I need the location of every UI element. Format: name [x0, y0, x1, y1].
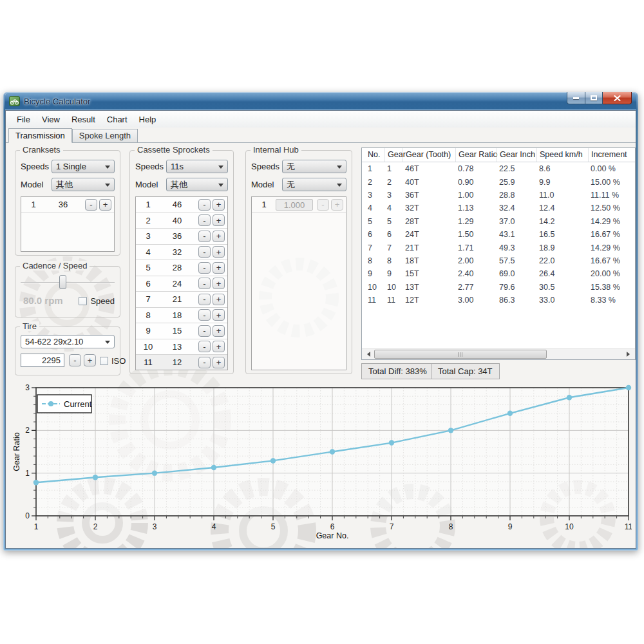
- hub-speeds-select[interactable]: 无: [282, 160, 346, 173]
- svg-text:5: 5: [271, 522, 276, 531]
- chevron-down-icon: [337, 166, 342, 171]
- minimize-icon: [573, 97, 579, 99]
- increase-button[interactable]: +: [84, 354, 96, 366]
- table-cell: 2.40: [455, 269, 497, 278]
- cadence-slider-thumb[interactable]: [59, 275, 66, 289]
- column-header[interactable]: Gear Inch: [497, 148, 536, 162]
- tire-title: Tire: [20, 321, 39, 331]
- scrollbar-thumb[interactable]: [374, 350, 547, 359]
- svg-text:1: 1: [25, 469, 30, 478]
- menu-item-help[interactable]: Help: [133, 112, 162, 127]
- cassette-model-select[interactable]: 其他: [166, 178, 228, 191]
- cranksets-speeds-select[interactable]: 1 Single: [52, 160, 115, 173]
- column-header[interactable]: Increment: [588, 148, 635, 162]
- table-cell: 0.90: [455, 178, 497, 187]
- horizontal-scrollbar[interactable]: [362, 348, 635, 359]
- table-cell: 16.67 %: [588, 256, 635, 265]
- table-cell: 2.00: [455, 256, 497, 265]
- table-row: 3336T1.0028.811.011.11 %: [362, 189, 635, 202]
- column-header[interactable]: No.: [365, 148, 384, 162]
- title-bar[interactable]: Bicycle Calculator: [5, 92, 636, 110]
- decrease-button[interactable]: -: [198, 357, 211, 368]
- cadence-slider-track[interactable]: [21, 282, 115, 283]
- table-cell: 32.4: [497, 204, 536, 213]
- tire-circumference-input[interactable]: [21, 354, 64, 367]
- decrease-button[interactable]: -: [198, 199, 211, 211]
- svg-text:4: 4: [212, 522, 216, 531]
- scroll-left-button[interactable]: [362, 349, 373, 359]
- column-header[interactable]: Gear (Tooth): [402, 148, 455, 162]
- table-cell: 2: [365, 178, 384, 187]
- tab-transmission[interactable]: Transmission: [8, 128, 72, 143]
- column-header[interactable]: Speed km/h: [536, 148, 588, 162]
- increase-button[interactable]: +: [213, 325, 225, 337]
- menu-bar: File View Result Chart Help: [6, 111, 636, 128]
- table-row: 9915T2.4069.026.420.00 %: [362, 267, 635, 280]
- hub-model-select[interactable]: 无: [282, 178, 346, 191]
- gear-ratio-chart: 12345678910110123Gear No.Gear RatioCurre…: [12, 382, 632, 546]
- increase-button[interactable]: +: [213, 309, 225, 321]
- sprocket-row: 146-+: [136, 197, 227, 213]
- menu-item-result[interactable]: Result: [66, 112, 101, 127]
- sprocket-row: 915-+: [136, 323, 227, 339]
- decrease-button[interactable]: -: [198, 214, 211, 226]
- decrease-button[interactable]: -: [198, 231, 211, 242]
- tooth-value: 21: [158, 294, 196, 304]
- tab-spoke-length[interactable]: Spoke Length: [72, 129, 138, 142]
- decrease-button[interactable]: -: [198, 246, 211, 258]
- increase-button[interactable]: +: [213, 278, 225, 289]
- app-window: Bicycle Calculator: [3, 92, 638, 551]
- minimize-button[interactable]: [567, 92, 585, 104]
- decrease-button[interactable]: -: [198, 278, 211, 289]
- increase-button[interactable]: +: [213, 214, 225, 226]
- close-button[interactable]: [603, 92, 632, 104]
- scroll-right-button[interactable]: [624, 349, 635, 359]
- row-index: 11: [138, 357, 158, 367]
- table-cell: 4: [365, 204, 384, 213]
- cranksets-model-select[interactable]: 其他: [52, 178, 115, 191]
- speed-checkbox[interactable]: [79, 297, 87, 305]
- increase-button[interactable]: +: [213, 246, 225, 258]
- menu-item-chart[interactable]: Chart: [101, 112, 133, 127]
- tab-strip: Transmission Spoke Length: [6, 128, 636, 143]
- table-cell: 1: [384, 164, 402, 173]
- hub-speeds-value: 无: [287, 162, 295, 171]
- increase-button[interactable]: +: [213, 294, 225, 305]
- tire-size-select[interactable]: 54-622 29x2.10: [21, 335, 115, 348]
- cranksets-group: Cranksets Speeds 1 Single Model 其他 136-+: [15, 150, 120, 256]
- menu-item-file[interactable]: File: [11, 112, 36, 127]
- increase-button[interactable]: +: [213, 341, 225, 352]
- increase-button[interactable]: +: [213, 262, 225, 274]
- table-cell: 36T: [402, 191, 455, 200]
- increase-button[interactable]: +: [213, 231, 225, 242]
- decrease-button[interactable]: -: [198, 309, 211, 321]
- total-diff-badge: Total Diff: 383%: [361, 363, 434, 379]
- menu-item-view[interactable]: View: [36, 112, 66, 127]
- iso-checkbox[interactable]: [100, 357, 108, 365]
- decrease-button[interactable]: -: [198, 294, 211, 305]
- table-cell: 1.71: [455, 243, 497, 252]
- table-cell: 5: [365, 217, 384, 226]
- maximize-button[interactable]: [585, 92, 603, 104]
- decrease-button[interactable]: -: [69, 354, 81, 366]
- column-header[interactable]: Gear: [384, 148, 402, 162]
- chart-canvas: 12345678910110123Gear No.Gear RatioCurre…: [12, 382, 632, 546]
- increase-button[interactable]: +: [99, 199, 111, 211]
- table-cell: 13T: [402, 283, 455, 292]
- decrease-button[interactable]: -: [85, 199, 97, 211]
- row-index: 7: [138, 294, 158, 304]
- decrease-button[interactable]: -: [198, 325, 211, 337]
- svg-text:11: 11: [625, 522, 632, 531]
- sprocket-row: 432-+: [136, 245, 227, 261]
- hub-title: Internal Hub: [251, 145, 301, 155]
- column-header[interactable]: Gear Ratio: [455, 148, 497, 162]
- increase-button[interactable]: +: [213, 199, 225, 211]
- table-cell: 2.77: [455, 283, 497, 292]
- table-cell: 16.67 %: [588, 230, 635, 239]
- increase-button[interactable]: +: [213, 357, 225, 368]
- decrease-button[interactable]: -: [198, 341, 211, 352]
- chevron-down-icon: [218, 166, 223, 171]
- decrease-button[interactable]: -: [198, 262, 211, 274]
- table-cell: 11: [365, 296, 384, 305]
- cassette-speeds-select[interactable]: 11s: [166, 160, 228, 173]
